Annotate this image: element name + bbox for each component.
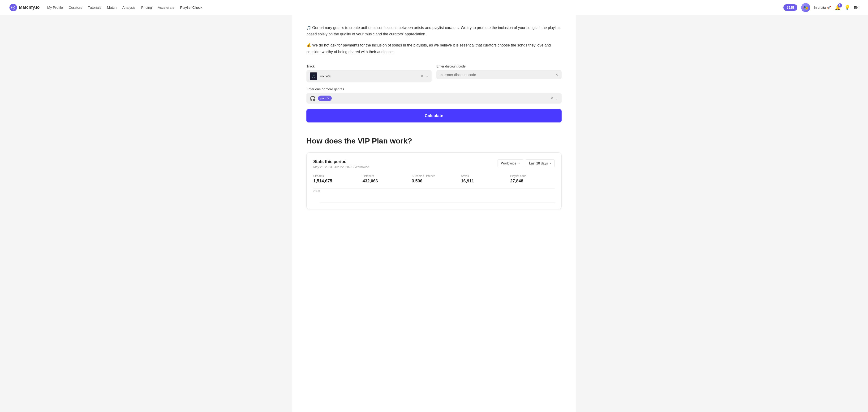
nav-curators[interactable]: Curators bbox=[68, 5, 82, 9]
discount-input-wrapper[interactable]: % ✕ bbox=[436, 70, 562, 79]
nav-tutorials[interactable]: Tutorials bbox=[88, 5, 101, 9]
genre-section: Enter one or more genres 🎧 pop ✕ ✕ ⌄ bbox=[306, 87, 562, 104]
genre-label: Enter one or more genres bbox=[306, 87, 344, 91]
vip-title: How does the VIP Plan work? bbox=[306, 137, 562, 145]
language-selector[interactable]: EN bbox=[854, 6, 859, 9]
main-content: 🎵 Our primary goal is to create authenti… bbox=[292, 15, 576, 412]
chart-area: 2,000 bbox=[313, 188, 555, 202]
track-input-wrapper[interactable]: 🎵 Fix You ✕ ⌄ bbox=[306, 70, 432, 82]
intro-text-2: 💰 We do not ask for payments for the inc… bbox=[306, 42, 562, 55]
nav-accelerate[interactable]: Accelerate bbox=[158, 5, 174, 9]
time-filter-dropdown[interactable]: Last 28 days ▾ bbox=[526, 159, 555, 167]
nav-my-profile[interactable]: My Profile bbox=[47, 5, 63, 9]
geo-filter-dropdown[interactable]: Worldwide ▾ bbox=[498, 159, 523, 167]
discount-clear-icon[interactable]: ✕ bbox=[555, 72, 558, 77]
metric-saves-label: Saves bbox=[461, 174, 505, 178]
discount-group: Enter discount code % ✕ bbox=[436, 64, 562, 82]
metric-saves: Saves 16,911 bbox=[461, 174, 505, 183]
form-row-track-discount: Track 🎵 Fix You ✕ ⌄ Enter discount code … bbox=[306, 64, 562, 82]
form-section: Track 🎵 Fix You ✕ ⌄ Enter discount code … bbox=[306, 64, 562, 123]
nav-playlist-check[interactable]: Playlist Check bbox=[180, 5, 202, 9]
metric-pa-value: 27,848 bbox=[510, 179, 555, 183]
time-filter-label: Last 28 days bbox=[529, 162, 548, 165]
intro-section: 🎵 Our primary goal is to create authenti… bbox=[306, 25, 562, 55]
metric-listeners-value: 432,066 bbox=[363, 179, 407, 183]
nav-analysis[interactable]: Analysis bbox=[122, 5, 135, 9]
genre-input-wrapper[interactable]: 🎧 pop ✕ ✕ ⌄ bbox=[306, 93, 562, 104]
intro-text-1: 🎵 Our primary goal is to create authenti… bbox=[306, 25, 562, 37]
nav-pricing[interactable]: Pricing bbox=[141, 5, 152, 9]
track-thumbnail: 🎵 bbox=[310, 72, 317, 80]
metric-listeners-label: Listeners bbox=[363, 174, 407, 178]
stats-filters: Worldwide ▾ Last 28 days ▾ bbox=[498, 159, 555, 167]
stats-subtitle: May 26, 2023 · Jun 22, 2023 · Worldwide bbox=[313, 165, 369, 169]
discount-input[interactable] bbox=[445, 73, 553, 77]
notifications-button[interactable]: 🔔 8 bbox=[835, 5, 841, 10]
stats-card: Stats this period May 26, 2023 · Jun 22,… bbox=[306, 152, 562, 209]
metric-listeners: Listeners 432,066 bbox=[363, 174, 407, 183]
nav-links: My Profile Curators Tutorials Match Anal… bbox=[47, 5, 776, 9]
percent-icon: % bbox=[440, 73, 443, 77]
metric-pa-label: Playlist adds bbox=[510, 174, 555, 178]
track-group: Track 🎵 Fix You ✕ ⌄ bbox=[306, 64, 432, 82]
balance-badge[interactable]: €525 bbox=[783, 4, 797, 11]
metric-spl-label: Streams / Listener bbox=[412, 174, 456, 178]
chart-label: 2,000 bbox=[313, 190, 320, 192]
logo-icon bbox=[9, 4, 17, 11]
metric-saves-value: 16,911 bbox=[461, 179, 505, 183]
metric-streams-per-listener: Streams / Listener 3.506 bbox=[412, 174, 456, 183]
stats-metrics: Streams 1,514,675 Listeners 432,066 Stre… bbox=[313, 174, 555, 183]
stats-title: Stats this period bbox=[313, 159, 369, 164]
navbar: Matchfy.io My Profile Curators Tutorials… bbox=[0, 0, 868, 15]
logo[interactable]: Matchfy.io bbox=[9, 4, 40, 11]
metric-streams-label: Streams bbox=[313, 174, 358, 178]
stats-header: Stats this period May 26, 2023 · Jun 22,… bbox=[313, 159, 555, 169]
avatar-button[interactable]: 🎭 bbox=[801, 3, 810, 12]
nav-right: €525 🎭 In orbita 🚀 🔔 8 💡 EN bbox=[783, 3, 859, 12]
metric-streams-value: 1,514,675 bbox=[313, 179, 358, 183]
genre-tag-pop: pop ✕ bbox=[318, 96, 332, 101]
user-name: In orbita 🚀 bbox=[814, 6, 831, 9]
headphones-icon: 🎧 bbox=[310, 96, 316, 101]
track-clear-icon[interactable]: ✕ bbox=[420, 74, 423, 78]
genre-actions: ✕ ⌄ bbox=[550, 96, 558, 101]
genre-tag-label: pop bbox=[320, 97, 326, 100]
track-name: Fix You bbox=[320, 74, 418, 78]
metric-streams: Streams 1,514,675 bbox=[313, 174, 358, 183]
vip-section: How does the VIP Plan work? Stats this p… bbox=[306, 137, 562, 209]
track-label: Track bbox=[306, 64, 432, 68]
genre-tag-remove[interactable]: ✕ bbox=[327, 97, 329, 100]
metric-playlist-adds: Playlist adds 27,848 bbox=[510, 174, 555, 183]
geo-filter-chevron: ▾ bbox=[518, 162, 520, 165]
settings-icon[interactable]: 💡 bbox=[844, 5, 850, 10]
track-chevron-icon[interactable]: ⌄ bbox=[425, 74, 428, 78]
calculate-button[interactable]: Calculate bbox=[306, 109, 562, 123]
geo-filter-label: Worldwide bbox=[501, 162, 517, 165]
discount-label: Enter discount code bbox=[436, 64, 562, 68]
genre-clear-icon[interactable]: ✕ bbox=[550, 96, 553, 101]
metric-spl-value: 3.506 bbox=[412, 179, 456, 183]
track-action-icons: ✕ ⌄ bbox=[420, 74, 428, 78]
nav-match[interactable]: Match bbox=[107, 5, 117, 9]
time-filter-chevron: ▾ bbox=[550, 162, 551, 165]
logo-text: Matchfy.io bbox=[19, 5, 40, 10]
stats-header-left: Stats this period May 26, 2023 · Jun 22,… bbox=[313, 159, 369, 169]
genre-chevron-icon[interactable]: ⌄ bbox=[555, 96, 558, 101]
notification-count: 8 bbox=[838, 3, 842, 7]
